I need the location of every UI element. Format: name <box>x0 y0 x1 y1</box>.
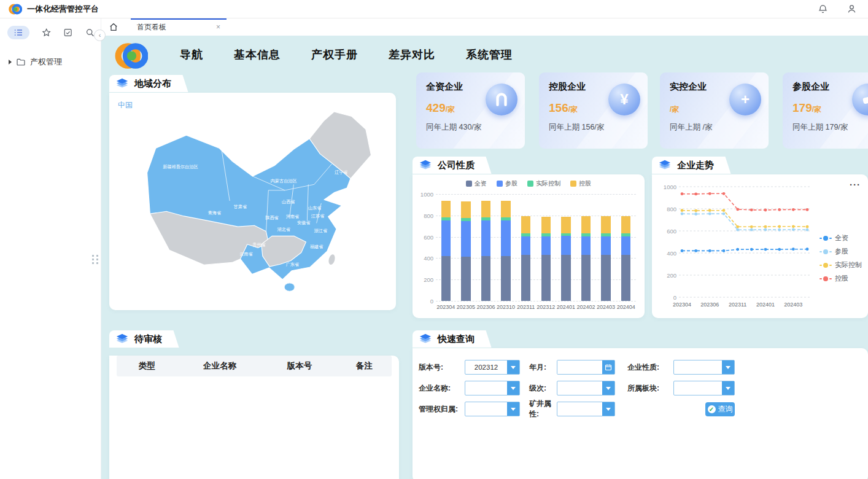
legend-item[interactable]: 全资 <box>820 233 862 243</box>
legend-swatch <box>570 181 576 187</box>
china-map[interactable]: 新疆维吾尔自治区 青海省 甘肃省 内蒙古自治区 辽宁省 山西省 山东省 陕西省 … <box>109 96 396 308</box>
nav-item-system-admin[interactable]: 系统管理 <box>466 47 513 62</box>
bar-segment <box>501 217 511 220</box>
map-breadcrumb[interactable]: 中国 <box>118 100 133 111</box>
chevron-down-icon[interactable] <box>602 381 614 395</box>
bar-segment <box>441 256 451 301</box>
legend-marker <box>820 249 832 254</box>
nav-item-navigation[interactable]: 导航 <box>180 47 203 62</box>
y-axis-tick: 800 <box>414 212 433 219</box>
version-select[interactable]: 202312 <box>465 360 520 375</box>
legend-item[interactable]: 实际控制 <box>820 260 862 270</box>
edit-check-icon[interactable] <box>63 28 72 37</box>
legend-swatch <box>466 181 472 187</box>
chevron-down-icon[interactable] <box>602 402 614 416</box>
bar-segment <box>441 201 451 217</box>
layers-icon <box>419 332 432 346</box>
legend-item[interactable]: 控股 <box>570 179 591 188</box>
legend-item[interactable]: 参股 <box>820 247 862 256</box>
month-field <box>557 360 615 375</box>
legend-item[interactable]: 参股 <box>497 179 517 188</box>
mine-select[interactable] <box>557 402 615 416</box>
map-taiwan-muted <box>328 254 336 265</box>
column-header-type: 类型 <box>117 360 177 372</box>
authority-select[interactable] <box>465 402 520 416</box>
dashboard-nav: 导航 基本信息 产权手册 差异对比 系统管理 <box>101 36 868 74</box>
more-menu-icon[interactable]: ··· <box>850 179 861 190</box>
stat-card-equity-participation[interactable]: 参股企业 179/家 同年上期 179/家 <box>783 72 868 149</box>
nature-select[interactable] <box>673 360 735 375</box>
caret-right-icon[interactable] <box>9 60 12 64</box>
chevron-down-icon[interactable] <box>507 402 519 416</box>
level-select[interactable] <box>557 381 615 395</box>
section-title: 待审核 <box>134 333 162 345</box>
tab-home-dashboard[interactable]: 首页看板 × <box>131 18 227 36</box>
nav-item-basic-info[interactable]: 基本信息 <box>234 47 281 62</box>
month-label: 年月: <box>529 362 557 373</box>
region-distribution-section: 地域分布 中国 <box>109 75 396 310</box>
y-axis-tick: 600 <box>414 234 433 241</box>
bar-segment <box>621 236 631 255</box>
company-name-select[interactable] <box>465 381 520 395</box>
bar-segment <box>621 255 631 301</box>
section-title: 地域分布 <box>134 78 171 90</box>
note-icon <box>486 84 517 115</box>
y-axis-tick: 0 <box>414 298 433 305</box>
data-point <box>708 212 711 216</box>
gridline <box>436 301 636 302</box>
bar-segment <box>541 255 551 301</box>
layers-icon <box>658 158 672 172</box>
nav-item-diff-compare[interactable]: 差异对比 <box>389 47 435 62</box>
data-point <box>750 228 753 232</box>
company-nature-chart: 全资参股实际控制控股020040060080010002023042023052… <box>413 174 645 318</box>
panel-drag-handle[interactable] <box>92 255 99 264</box>
legend-item[interactable]: 实际控制 <box>527 179 560 188</box>
chevron-down-icon[interactable] <box>722 381 734 395</box>
sidebar-item-property-management[interactable]: 产权管理 <box>9 56 95 68</box>
sector-select[interactable] <box>673 381 735 395</box>
menu-list-tab[interactable] <box>7 26 29 39</box>
bar-segment <box>621 233 631 236</box>
bar-segment <box>601 233 611 236</box>
stat-card-actual-control[interactable]: 实控企业 /家 同年上期 /家 + <box>660 72 769 149</box>
legend-item[interactable]: 全资 <box>466 179 487 188</box>
close-icon[interactable]: × <box>216 23 220 31</box>
chevron-down-icon[interactable] <box>722 360 734 374</box>
bar-segment <box>521 216 531 233</box>
stat-unit: /家 <box>446 105 455 114</box>
query-button[interactable]: ✓ 查询 <box>705 402 735 416</box>
topbar-actions <box>818 4 859 14</box>
mine-select-value <box>557 402 602 416</box>
user-icon[interactable] <box>847 4 857 14</box>
star-icon[interactable] <box>42 28 51 37</box>
bell-icon[interactable] <box>818 4 828 14</box>
nature-label: 企业性质: <box>627 362 673 373</box>
x-axis-tick: 202304 <box>666 302 698 308</box>
search-icon[interactable] <box>85 28 95 37</box>
layers-icon <box>419 158 432 172</box>
chevron-down-icon[interactable] <box>507 360 519 374</box>
legend-item[interactable]: 控股 <box>820 274 862 283</box>
svg-text:浙江省: 浙江省 <box>314 228 328 233</box>
stat-card-wholly-owned[interactable]: 全资企业 429/家 同年上期 430/家 <box>416 72 525 149</box>
sidebar-collapse-button[interactable]: ‹ <box>94 29 106 41</box>
data-point <box>806 208 809 211</box>
yen-icon: ¥ <box>608 84 640 115</box>
pending-review-section: 待审核 类型 企业名称 版本号 备注 <box>109 330 399 479</box>
legend-marker <box>820 236 832 241</box>
stat-card-holding[interactable]: 控股企业 156/家 同年上期 156/家 ¥ <box>539 72 648 149</box>
data-point <box>723 209 726 212</box>
month-input[interactable] <box>557 360 602 374</box>
bar-segment <box>461 218 471 220</box>
data-point <box>681 209 684 212</box>
column-header-remark: 备注 <box>336 360 392 372</box>
chevron-down-icon[interactable] <box>507 381 519 395</box>
y-axis-tick: 1000 <box>657 184 676 190</box>
x-axis-tick: 202401 <box>750 302 781 308</box>
data-point <box>806 225 809 228</box>
calendar-icon[interactable] <box>602 360 614 374</box>
sector-select-value <box>674 381 722 395</box>
home-icon[interactable] <box>109 22 118 32</box>
nav-item-property-manual[interactable]: 产权手册 <box>311 47 358 62</box>
company-name-label: 企业名称: <box>419 383 465 394</box>
